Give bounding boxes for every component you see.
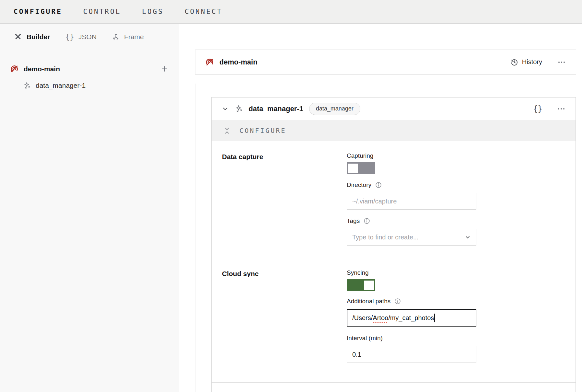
viewtab-json[interactable]: {} JSON (65, 33, 97, 41)
collapse-icon[interactable] (223, 127, 231, 134)
history-button[interactable]: History (510, 58, 542, 66)
history-clock-icon (510, 58, 518, 66)
machine-offline-icon (10, 64, 19, 73)
axes-icon (112, 33, 120, 41)
tab-control[interactable]: CONTROL (83, 8, 121, 16)
view-mode-tabs: Builder {} JSON Frame (0, 24, 179, 50)
json-view-icon[interactable]: {} (533, 104, 542, 113)
viewtab-frame[interactable]: Frame (112, 33, 144, 41)
configure-bar-label: CONFIGURE (239, 127, 286, 134)
tree-item-data-manager[interactable]: data_manager-1 (0, 82, 179, 89)
toggle-knob (364, 281, 374, 290)
info-icon[interactable] (375, 181, 382, 189)
tree-machine-label: demo-main (24, 65, 160, 73)
top-nav: CONFIGURE CONTROL LOGS CONNECT (0, 0, 582, 24)
viewtab-frame-label: Frame (124, 33, 144, 41)
machine-menu-icon[interactable] (557, 58, 566, 67)
directory-label: Directory (347, 181, 476, 189)
tags-placeholder: Type to find or create... (352, 234, 419, 241)
data-capture-heading: Data capture (222, 152, 347, 246)
braces-icon: {} (65, 33, 74, 41)
info-icon[interactable] (363, 217, 370, 225)
viewtab-json-label: JSON (78, 33, 97, 41)
data-manager-card: data_manager-1 data_manager {} (211, 97, 576, 392)
tab-logs[interactable]: LOGS (142, 8, 164, 16)
card-menu-icon[interactable] (557, 104, 566, 113)
tags-select[interactable]: Type to find or create... (347, 229, 476, 246)
add-component-icon[interactable] (160, 65, 169, 73)
syncing-toggle[interactable] (347, 279, 375, 291)
toggle-knob (348, 164, 358, 173)
viewtab-builder-label: Builder (27, 33, 50, 41)
syncing-label: Syncing (347, 269, 476, 276)
machine-header-card: demo-main History (195, 50, 576, 75)
card-header: data_manager-1 data_manager {} (212, 98, 576, 120)
info-icon[interactable] (394, 298, 401, 305)
additional-paths-label: Additional paths (347, 298, 476, 305)
path-suffix: /my_cat_photos (388, 314, 434, 322)
text-cursor (434, 314, 435, 322)
capturing-toggle[interactable] (347, 162, 375, 174)
machine-offline-icon (205, 58, 214, 67)
configure-section-bar[interactable]: CONFIGURE (212, 120, 576, 141)
next-section-stub (212, 382, 576, 392)
path-misspelled-word: Artoo (373, 314, 388, 322)
sparkles-icon (23, 82, 31, 89)
viewtab-builder[interactable]: Builder (14, 32, 50, 41)
path-prefix: /Users/ (352, 314, 373, 322)
tools-icon (14, 32, 22, 41)
sparkles-icon (235, 105, 243, 113)
interval-label: Interval (min) (347, 335, 476, 342)
cloud-sync-section: Cloud sync Syncing Additional paths (212, 258, 576, 382)
interval-input[interactable] (347, 346, 476, 363)
tags-label: Tags (347, 217, 476, 225)
machine-part-group: data_manager-1 data_manager {} (195, 84, 582, 392)
main-panel: demo-main History (179, 24, 582, 392)
card-title: data_manager-1 (249, 105, 303, 113)
tree-item-machine[interactable]: demo-main (0, 64, 179, 73)
chevron-down-icon[interactable] (221, 105, 229, 113)
additional-paths-input[interactable]: /Users/Artoo/my_cat_photos (347, 309, 476, 327)
type-badge: data_manager (309, 103, 360, 115)
chevron-down-icon (464, 234, 471, 241)
sidebar: Builder {} JSON Frame (0, 24, 179, 392)
viam-configure-page: CONFIGURE CONTROL LOGS CONNECT Builder {… (0, 0, 582, 392)
directory-input[interactable] (347, 193, 476, 210)
cloud-sync-heading: Cloud sync (222, 269, 347, 371)
tab-connect[interactable]: CONNECT (185, 8, 223, 16)
tab-configure[interactable]: CONFIGURE (14, 8, 62, 16)
machine-title: demo-main (219, 58, 257, 66)
capturing-label: Capturing (347, 152, 476, 159)
history-label: History (522, 58, 542, 66)
resource-tree: demo-main data_manager-1 (0, 50, 179, 89)
tree-component-label: data_manager-1 (36, 82, 86, 89)
data-capture-section: Data capture Capturing Directory (212, 141, 576, 258)
